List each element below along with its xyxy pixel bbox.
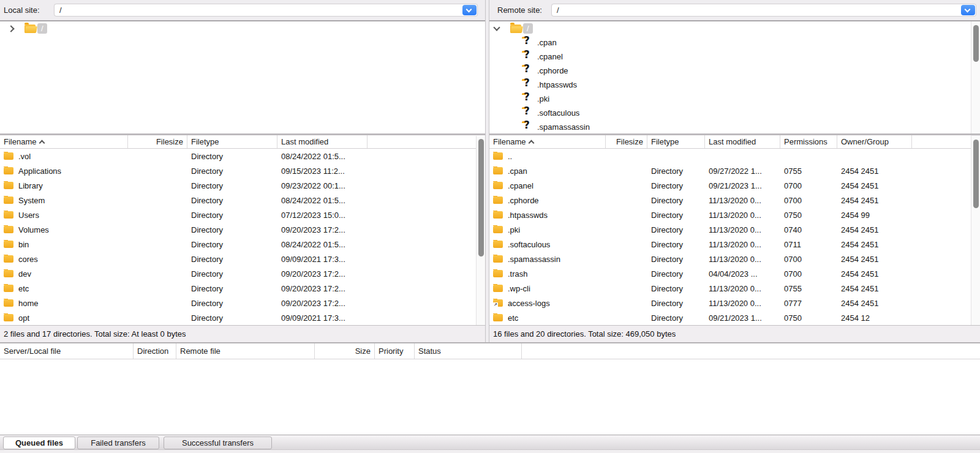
file-modified-cell: 07/12/2023 15:0... <box>277 211 368 220</box>
remote-list-scrollbar[interactable] <box>971 136 980 325</box>
local-site-combobox[interactable]: / <box>54 4 478 17</box>
remote-tree-item[interactable]: ?.htpasswds <box>489 78 971 92</box>
local-list-scrollbar[interactable] <box>476 136 485 325</box>
column-header-label: Server/Local file <box>4 343 61 359</box>
file-row[interactable]: .spamassassinDirectory11/13/2020 0...070… <box>489 252 971 266</box>
folder-icon <box>4 255 13 263</box>
file-name-label: cores <box>18 255 38 264</box>
question-mark-icon: ? <box>524 50 530 60</box>
local-site-label: Local site: <box>4 6 40 15</box>
column-header-filename[interactable]: Filename <box>489 135 606 148</box>
file-name-label: .softaculous <box>508 240 550 249</box>
column-header-filetype[interactable]: Filetype <box>187 135 277 148</box>
column-header-filesize[interactable]: Filesize <box>128 135 187 148</box>
remote-tree-item[interactable]: ?.softaculous <box>489 106 971 120</box>
file-row[interactable]: .. <box>489 149 971 163</box>
file-row[interactable]: ↗access-logsDirectory11/13/2020 0...0777… <box>489 296 971 310</box>
column-header-filetype[interactable]: Filetype <box>647 135 705 148</box>
sort-ascending-icon <box>39 140 45 146</box>
remote-tree-item[interactable]: ?.spamassassin <box>489 120 971 133</box>
column-header-owner-group[interactable]: Owner/Group <box>837 135 912 148</box>
file-modified-cell: 09/21/2023 1... <box>705 181 780 190</box>
remote-tree-scrollbar[interactable] <box>971 21 980 133</box>
file-row[interactable]: UsersDirectory07/12/2023 15:0... <box>0 208 485 222</box>
remote-site-combobox[interactable]: / <box>551 4 976 17</box>
remote-tree-item-label: .spamassassin <box>537 122 590 132</box>
folder-open-icon <box>24 24 36 33</box>
file-row[interactable]: etcDirectory09/21/2023 1...07502454 12 <box>489 310 971 325</box>
column-header-direction[interactable]: Direction <box>134 343 176 359</box>
file-row[interactable]: .cphordeDirectory11/13/2020 0...07002454… <box>489 193 971 208</box>
column-header-filesize[interactable]: Filesize <box>606 135 647 148</box>
column-header-filename[interactable]: Filename <box>0 135 128 148</box>
file-owner-cell: 2454 2451 <box>837 225 912 234</box>
column-header-size[interactable]: Size <box>315 343 375 359</box>
file-row[interactable]: .cpanDirectory09/27/2022 1...07552454 24… <box>489 163 971 178</box>
folder-icon <box>493 241 503 248</box>
remote-tree-item[interactable]: ?.cpan <box>489 36 971 50</box>
remote-tree-item[interactable]: ?.cphorde <box>489 64 971 78</box>
column-header-remote-file[interactable]: Remote file <box>176 343 315 359</box>
column-header-last-modified[interactable]: Last modified <box>705 135 780 148</box>
file-row[interactable]: homeDirectory09/20/2023 17:2... <box>0 296 485 310</box>
file-row[interactable]: coresDirectory09/09/2021 17:3... <box>0 252 485 266</box>
file-filetype-cell: Directory <box>187 167 277 176</box>
file-modified-cell: 08/24/2022 01:5... <box>277 196 368 205</box>
column-header-label: Filename <box>493 135 526 148</box>
question-mark-icon: ? <box>524 64 530 74</box>
tab-successful-transfers[interactable]: Successful transfers <box>164 436 272 449</box>
file-filetype-cell: Directory <box>187 269 277 279</box>
file-modified-cell: 09/20/2023 17:2... <box>277 284 368 293</box>
chevron-down-icon[interactable] <box>493 24 500 31</box>
remote-tree-root-item[interactable]: / <box>489 21 971 36</box>
file-row[interactable]: .trashDirectory04/04/2023 ...07002454 24… <box>489 266 971 281</box>
file-name-label: Library <box>18 181 43 190</box>
tab-queued-files[interactable]: Queued files <box>3 436 75 449</box>
file-row[interactable]: .cpanelDirectory09/21/2023 1...07002454 … <box>489 178 971 193</box>
file-name-label: .vol <box>18 152 31 161</box>
file-modified-cell: 09/27/2022 1... <box>705 167 780 176</box>
file-row[interactable]: .volDirectory08/24/2022 01:5... <box>0 149 485 163</box>
file-row[interactable]: devDirectory09/20/2023 17:2... <box>0 266 485 281</box>
file-modified-cell: 09/15/2023 11:2... <box>277 167 368 176</box>
file-row[interactable]: ApplicationsDirectory09/15/2023 11:2... <box>0 163 485 178</box>
file-row[interactable]: optDirectory09/09/2021 17:3... <box>0 310 485 325</box>
file-row[interactable]: .softaculousDirectory11/13/2020 0...0711… <box>489 237 971 252</box>
sort-ascending-icon <box>529 140 535 146</box>
file-row[interactable]: .pkiDirectory11/13/2020 0...07402454 245… <box>489 222 971 237</box>
column-header-status[interactable]: Status <box>415 343 522 359</box>
column-header-label: Filesize <box>156 135 183 148</box>
remote-tree-scrollbar-thumb[interactable] <box>973 25 979 62</box>
folder-icon <box>4 314 13 321</box>
file-row[interactable]: VolumesDirectory09/20/2023 17:2... <box>0 222 485 237</box>
file-row[interactable]: etcDirectory09/20/2023 17:2... <box>0 281 485 296</box>
file-row[interactable]: binDirectory08/24/2022 01:5... <box>0 237 485 252</box>
column-header-priority[interactable]: Priority <box>375 343 415 359</box>
file-row[interactable]: .htpasswdsDirectory11/13/2020 0...075024… <box>489 208 971 222</box>
unknown-folder-icon: ? <box>522 123 533 132</box>
column-header-server-local-file[interactable]: Server/Local file <box>0 343 134 359</box>
remote-tree-item[interactable]: ?.pki <box>489 92 971 106</box>
file-row[interactable]: .wp-cliDirectory11/13/2020 0...07552454 … <box>489 281 971 296</box>
remote-list-scrollbar-thumb[interactable] <box>973 140 979 208</box>
local-list-scrollbar-thumb[interactable] <box>478 139 484 256</box>
file-name-label: home <box>18 299 39 308</box>
file-row[interactable]: LibraryDirectory09/23/2022 00:1... <box>0 178 485 193</box>
tab-failed-transfers[interactable]: Failed transfers <box>77 436 159 449</box>
file-name-cell: .vol <box>0 152 128 161</box>
file-filetype-cell: Directory <box>647 299 705 308</box>
remote-tree-item[interactable]: ?.cpanel <box>489 50 971 64</box>
local-tree-root-item[interactable]: / <box>0 21 485 36</box>
column-header-last-modified[interactable]: Last modified <box>277 135 368 148</box>
column-header-permissions[interactable]: Permissions <box>780 135 837 148</box>
local-site-dropdown-button[interactable] <box>462 5 477 15</box>
file-owner-cell: 2454 2451 <box>837 196 912 205</box>
file-permissions-cell: 0777 <box>780 299 837 308</box>
chevron-right-icon[interactable] <box>7 25 14 32</box>
queue-tabbar: Queued files Failed transfers Successful… <box>0 435 980 449</box>
pane-splitter[interactable] <box>485 0 489 342</box>
file-owner-cell: 2454 12 <box>837 313 912 323</box>
file-modified-cell: 08/24/2022 01:5... <box>277 152 368 161</box>
file-row[interactable]: SystemDirectory08/24/2022 01:5... <box>0 193 485 208</box>
remote-site-dropdown-button[interactable] <box>961 5 975 15</box>
